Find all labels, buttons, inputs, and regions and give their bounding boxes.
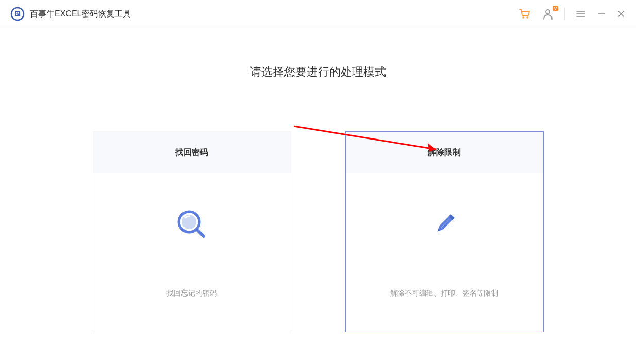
app-header: 百事牛EXCEL密码恢复工具 V xyxy=(0,0,636,28)
svg-rect-2 xyxy=(16,12,18,14)
card-header: 解除限制 xyxy=(346,132,543,173)
header-divider xyxy=(564,8,565,20)
card-description: 解除不可编辑、打印、签名等限制 xyxy=(390,289,498,298)
app-title: 百事牛EXCEL密码恢复工具 xyxy=(30,9,131,20)
header-right: V xyxy=(518,7,626,21)
svg-point-6 xyxy=(526,16,528,19)
card-remove-restriction[interactable]: 解除限制 解除不可编辑、打印、签名等限制 xyxy=(345,131,544,332)
page-title: 请选择您要进行的处理模式 xyxy=(250,64,386,80)
header-left: 百事牛EXCEL密码恢复工具 xyxy=(10,7,131,21)
svg-rect-3 xyxy=(18,12,20,14)
svg-point-7 xyxy=(546,10,550,14)
card-title: 解除限制 xyxy=(428,147,461,158)
card-recover-password[interactable]: 找回密码 找回忘记的密码 xyxy=(93,131,291,332)
mode-cards-container: 找回密码 找回忘记的密码 解除限制 xyxy=(93,131,544,332)
close-icon[interactable] xyxy=(616,9,626,19)
card-body: 解除不可编辑、打印、签名等限制 xyxy=(346,173,543,332)
minimize-icon[interactable] xyxy=(597,9,606,19)
card-title: 找回密码 xyxy=(175,147,208,158)
user-icon[interactable]: V xyxy=(542,8,554,20)
magnifier-icon xyxy=(174,206,210,242)
svg-point-5 xyxy=(522,16,524,19)
svg-line-16 xyxy=(197,230,204,236)
menu-icon[interactable] xyxy=(575,8,587,20)
cart-icon[interactable] xyxy=(518,7,531,21)
svg-rect-4 xyxy=(16,14,18,16)
card-body: 找回忘记的密码 xyxy=(93,173,291,332)
app-logo-icon xyxy=(10,7,25,21)
card-header: 找回密码 xyxy=(93,132,291,173)
card-description: 找回忘记的密码 xyxy=(166,289,217,298)
main-content: 请选择您要进行的处理模式 找回密码 找回忘记的密码 解 xyxy=(0,28,636,332)
pencil-icon xyxy=(426,206,462,242)
svg-rect-1 xyxy=(15,11,20,16)
vip-badge: V xyxy=(553,6,558,11)
